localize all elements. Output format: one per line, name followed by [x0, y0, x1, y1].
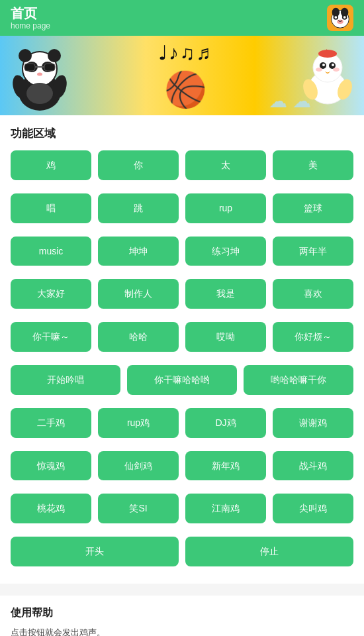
btn-music[interactable]: music — [11, 237, 91, 266]
btn-xianjianji[interactable]: 仙剑鸡 — [98, 451, 179, 481]
btn-aiyou[interactable]: 哎呦 — [185, 322, 266, 352]
btn-jinghuniji[interactable]: 惊魂鸡 — [11, 451, 91, 481]
svg-point-26 — [332, 64, 334, 66]
btn-rup[interactable]: rup — [185, 193, 266, 223]
btn-kaishiyinchang[interactable]: 开始吟唱 — [11, 365, 120, 395]
svg-point-5 — [334, 16, 337, 19]
btn-tai[interactable]: 太 — [185, 150, 266, 180]
button-row-9: 桃花鸡 笑SI 江南鸡 尖叫鸡 — [11, 494, 353, 523]
btn-xiejieji[interactable]: 谢谢鸡 — [273, 408, 353, 438]
banner-content: ♩♪♫♬ 🏀 — [0, 36, 364, 115]
panda-icon — [328, 5, 353, 30]
help-section: 使用帮助 点击按钮就会发出鸡声。 本团队开发的所有程序仅限用于交流学习，请勿用于… — [0, 590, 364, 636]
btn-rupji[interactable]: rup鸡 — [98, 408, 179, 438]
banner-center: ♩♪♫♬ 🏀 — [73, 41, 298, 110]
svg-point-27 — [316, 68, 322, 72]
button-row-1: 鸡 你 太 美 — [11, 150, 353, 180]
btn-liangnianban[interactable]: 两年半 — [273, 237, 353, 266]
banner: ♩♪♫♬ 🏀 — [0, 36, 364, 115]
panda-figure — [7, 39, 73, 112]
btn-xinnianj[interactable]: 新年鸡 — [185, 451, 266, 481]
music-notes-icon: ♩♪♫♬ — [158, 41, 212, 64]
avatar — [327, 5, 353, 31]
button-row-2: 唱 跳 rup 篮球 — [11, 193, 353, 223]
page-subtitle: home page — [11, 21, 50, 30]
btn-jiangnanji[interactable]: 江南鸡 — [185, 494, 266, 523]
btn-jianjiaoji[interactable]: 尖叫鸡 — [273, 494, 353, 523]
help-text-1: 点击按钮就会发出鸡声。 — [11, 625, 353, 636]
btn-chang[interactable]: 唱 — [11, 193, 91, 223]
btn-taohuaji[interactable]: 桃花鸡 — [11, 494, 91, 523]
button-row-6: 开始吟唱 你干嘛哈哈哟 哟哈哈嘛干你 — [11, 365, 353, 395]
button-row-action: 开头 停止 — [11, 537, 353, 566]
button-row-3: music 坤坤 练习坤 两年半 — [11, 237, 353, 266]
btn-djji[interactable]: DJ鸡 — [185, 408, 266, 438]
btn-lanqiu[interactable]: 篮球 — [273, 193, 353, 223]
svg-point-20 — [26, 83, 53, 104]
btn-mei[interactable]: 美 — [273, 150, 353, 180]
btn-woshi[interactable]: 我是 — [185, 279, 266, 309]
header-title-block: 首页 home page — [11, 5, 50, 30]
btn-niganmahahayao[interactable]: 你干嘛哈哈哟 — [127, 365, 237, 395]
btn-ni[interactable]: 你 — [98, 150, 179, 180]
btn-tingzhi[interactable]: 停止 — [185, 537, 353, 566]
svg-point-10 — [19, 49, 32, 62]
btn-dajiahao[interactable]: 大家好 — [11, 279, 91, 309]
btn-yohahama[interactable]: 哟哈哈嘛干你 — [244, 365, 353, 395]
btn-haha[interactable]: 哈哈 — [98, 322, 179, 352]
btn-lianxikun[interactable]: 练习坤 — [185, 237, 266, 266]
btn-kunkun[interactable]: 坤坤 — [98, 237, 179, 266]
svg-rect-14 — [24, 64, 35, 71]
panda-character — [7, 39, 73, 112]
button-row-5: 你干嘛～ 哈哈 哎呦 你好烦～ — [11, 322, 353, 352]
svg-point-17 — [37, 73, 42, 76]
btn-xihuan[interactable]: 喜欢 — [273, 279, 353, 309]
btn-ershouji[interactable]: 二手鸡 — [11, 408, 91, 438]
svg-rect-15 — [44, 64, 55, 71]
button-row-7: 二手鸡 rup鸡 DJ鸡 谢谢鸡 — [11, 408, 353, 438]
btn-ji[interactable]: 鸡 — [11, 150, 91, 180]
btn-kaitou[interactable]: 开头 — [11, 537, 179, 566]
page-title: 首页 — [11, 5, 50, 21]
buttons-area: 鸡 你 太 美 唱 跳 rup 篮球 music 坤坤 练习坤 两年半 大家好 … — [11, 150, 353, 573]
btn-nihaofan[interactable]: 你好烦～ — [273, 322, 353, 352]
svg-point-28 — [333, 68, 340, 72]
banner-right — [298, 44, 357, 107]
svg-point-6 — [343, 16, 346, 19]
help-title: 使用帮助 — [11, 606, 353, 620]
basketball-icon: 🏀 — [164, 70, 207, 110]
button-row-8: 惊魂鸡 仙剑鸡 新年鸡 战斗鸡 — [11, 451, 353, 481]
svg-point-25 — [322, 64, 325, 66]
btn-niganma[interactable]: 你干嘛～ — [11, 322, 91, 352]
btn-zhandouji[interactable]: 战斗鸡 — [273, 451, 353, 481]
button-row-4: 大家好 制作人 我是 喜欢 — [11, 279, 353, 309]
btn-tiao[interactable]: 跳 — [98, 193, 179, 223]
header: 首页 home page — [0, 0, 364, 36]
svg-point-31 — [318, 50, 337, 58]
btn-zhizuoren[interactable]: 制作人 — [98, 279, 179, 309]
btn-xiaosi[interactable]: 笑SI — [98, 494, 179, 523]
chicken-figure — [301, 44, 354, 107]
svg-point-11 — [48, 49, 61, 62]
section-title-function: 功能区域 — [11, 126, 353, 141]
main-content: 功能区域 鸡 你 太 美 唱 跳 rup 篮球 music 坤坤 练习坤 两年半… — [0, 115, 364, 584]
